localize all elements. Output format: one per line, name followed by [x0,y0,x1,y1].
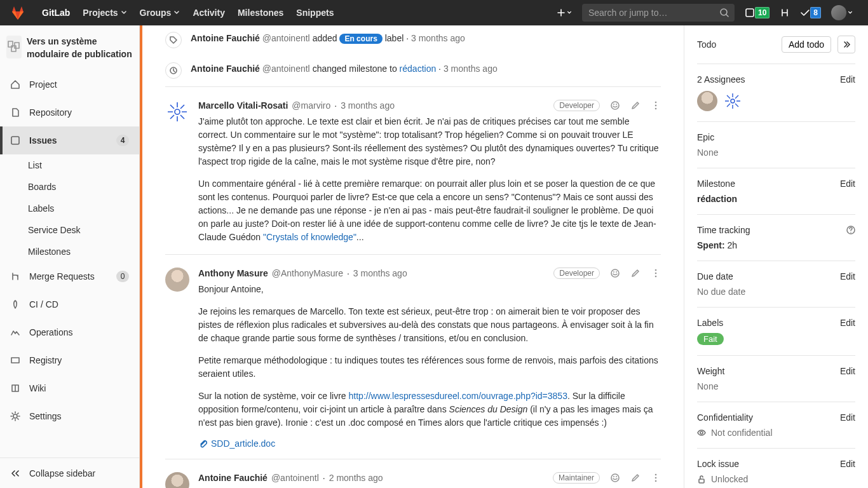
external-link[interactable]: "Crystals of knowledge" [263,232,356,242]
label-pill[interactable]: En cours [339,34,382,44]
sidebar-item-repository[interactable]: Repository [0,98,139,126]
author-name[interactable]: Antoine Fauchié [191,64,260,74]
main-content: Antoine Fauchié @antoinentl added En cou… [142,25,684,488]
help-icon[interactable] [846,226,855,234]
nav-snippets[interactable]: Snippets [290,0,340,25]
search-input[interactable] [582,4,735,22]
assignee-avatar[interactable] [722,91,743,111]
author-handle[interactable]: @antoinentl [271,473,319,483]
emoji-icon[interactable] [610,473,620,483]
sidebar-item-mr[interactable]: Merge Requests0 [0,262,139,290]
system-note-milestone: Antoine Fauchié @antoinentl changed mile… [165,56,661,86]
milestone-value[interactable]: rédaction [697,194,855,204]
sidebar-item-cicd[interactable]: CI / CD [0,290,139,318]
timestamp: 2 months ago [329,473,383,483]
nav-user-menu[interactable] [826,0,858,25]
author-name[interactable]: Marcello Vitali-Rosati [198,100,288,111]
nav-issues-link[interactable]: 10 [740,0,775,25]
sidebar-sub-boards[interactable]: Boards [0,176,139,198]
sidebar-item-issues[interactable]: Issues4 [0,126,139,154]
sidebar-sub-labels[interactable]: Labels [0,198,139,219]
avatar[interactable] [165,472,189,488]
svg-point-21 [655,276,657,278]
svg-rect-32 [699,479,704,483]
svg-point-13 [655,102,657,104]
nav-todos-link[interactable]: 8 [795,0,826,25]
svg-point-10 [611,102,619,109]
author-name[interactable]: Antoine Fauchié [198,473,268,483]
sidebar-item-settings[interactable]: Settings [0,402,139,430]
svg-point-31 [700,431,703,434]
avatar [831,5,846,20]
attachment-link[interactable]: SDD_article.doc [198,438,661,449]
system-note-label: Antoine Fauchié @antoinentl added En cou… [165,25,661,56]
edit-weight[interactable]: Edit [840,366,855,376]
kebab-icon[interactable] [651,100,661,111]
sidebar-item-registry[interactable]: Registry [0,346,139,374]
tt-title: Time tracking [697,225,750,235]
timestamp: 3 months ago [411,33,465,43]
svg-point-19 [655,269,657,271]
svg-point-17 [613,271,614,273]
nav-mr-link[interactable] [775,0,795,25]
sidebar-project-header[interactable]: Vers un système modulaire de publication [0,25,139,71]
edit-milestone[interactable]: Edit [840,179,855,189]
edit-conf[interactable]: Edit [840,412,855,423]
gitlab-logo[interactable] [10,5,25,20]
kebab-icon[interactable] [651,473,661,483]
label-icon [165,32,182,48]
discussion-note: Antoine Fauchié @antoinentl · 2 months a… [165,459,661,488]
sidebar-item-operations[interactable]: Operations [0,318,139,346]
nav-gitlab-label: GitLab [36,0,76,25]
external-link[interactable]: http://www.lespressesdureel.com/ouvrage.… [349,391,567,401]
sidebar-sub-milestones[interactable]: Milestones [0,241,139,262]
nav-groups[interactable]: Groups [133,0,187,25]
sidebar-sub-service-desk[interactable]: Service Desk [0,219,139,241]
author-handle[interactable]: @antoinentl [262,64,310,74]
edit-labels[interactable]: Edit [840,318,855,328]
edit-lock[interactable]: Edit [840,459,855,469]
author-name[interactable]: Antoine Fauchié [191,33,260,43]
author-handle[interactable]: @AnthonyMasure [272,268,343,278]
sidebar-sub-list[interactable]: List [0,154,139,176]
author-handle[interactable]: @marviro [292,100,330,111]
pencil-icon[interactable] [630,268,641,278]
nav-activity[interactable]: Activity [186,0,231,25]
note-content: Bonjour Antoine, Je rejoins les remarque… [198,283,661,449]
svg-point-16 [611,269,619,277]
sidebar-item-wiki[interactable]: Wiki [0,374,139,402]
pencil-icon[interactable] [630,100,641,111]
clock-icon [165,62,182,79]
milestone-title: Milestone [697,179,735,189]
nav-plus-button[interactable] [552,0,577,25]
unlock-icon [697,475,706,484]
sidebar-item-project[interactable]: Project [0,71,139,98]
avatar[interactable] [165,268,189,292]
add-todo-button[interactable]: Add todo [782,36,831,53]
due-title: Due date [697,271,733,281]
nav-milestones[interactable]: Milestones [231,0,290,25]
nav-projects[interactable]: Projects [76,0,133,25]
svg-point-18 [616,271,617,273]
sidebar-toggle-button[interactable] [837,36,855,53]
edit-assignees[interactable]: Edit [840,74,855,85]
emoji-icon[interactable] [610,268,620,278]
svg-point-11 [613,104,614,105]
discussion-note: Anthony Masure @AnthonyMasure · 3 months… [165,254,661,459]
due-value: No due date [697,287,855,297]
pencil-icon[interactable] [630,473,641,483]
author-name[interactable]: Anthony Masure [198,268,268,278]
avatar[interactable] [165,100,189,124]
sidebar-collapse-button[interactable]: Collapse sidebar [0,458,139,488]
label-pill[interactable]: Fait [697,333,724,345]
emoji-icon[interactable] [610,100,620,111]
assignees-title: 2 Assignees [697,74,745,85]
chevron-down-icon [567,10,572,15]
milestone-link[interactable]: rédaction [400,64,437,74]
edit-due[interactable]: Edit [840,271,855,281]
assignee-avatar[interactable] [697,91,717,111]
svg-point-9 [175,109,180,114]
author-handle[interactable]: @antoinentl [262,33,310,43]
kebab-icon[interactable] [651,268,661,278]
issue-sidebar: Todo Add todo 2 AssigneesEdit Epic None … [684,25,868,488]
